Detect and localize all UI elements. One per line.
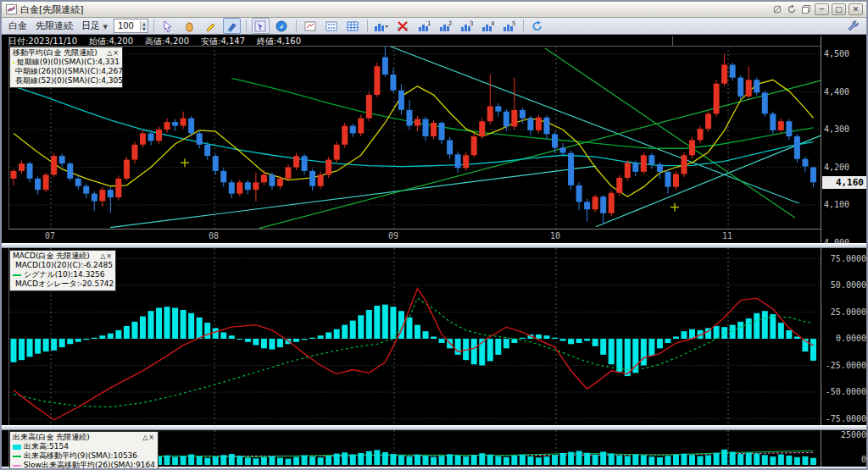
macd-legend-title: MACD(白金 先限連続): [13, 252, 90, 261]
macd-line-label: MACD(10)(20)(C):-6.2485: [15, 261, 113, 270]
ma-legend: 移動平均(白金 先限連続) △× 短期線(9)(0)(SMA)(C):4,331…: [9, 47, 123, 88]
chart-window-button[interactable]: [302, 18, 320, 34]
rotate-icon[interactable]: [786, 4, 798, 15]
axis-tick: 25000: [841, 430, 866, 440]
copy-icon[interactable]: [800, 4, 812, 15]
legend-item: 中期線(26)(0)(SMA)(C):4,267: [13, 67, 120, 76]
volume-swatch: [13, 445, 21, 450]
legend-item: 出来高:5154: [13, 442, 155, 451]
app-window: 白金[先限連続] ─ □ ✕ 白金 先限連続 日足 ▼ 100 ▲▼: [0, 0, 868, 470]
macd-legend: MACD(白金 先限連続) △× MACD(10)(20)(C):-6.2485…: [9, 250, 116, 291]
chart-preset-1-button[interactable]: 1: [415, 18, 433, 34]
window-title: 白金[先限連続]: [20, 3, 84, 16]
cursor-tool-button[interactable]: [159, 18, 177, 34]
axis-tick: 4,400: [824, 87, 849, 97]
month-axis: 0708091011: [8, 229, 821, 244]
macd-signal-swatch: [13, 274, 21, 276]
toolbar-separator: [296, 19, 297, 32]
info-high: 高値:4,200: [145, 36, 189, 46]
grid-button[interactable]: [344, 18, 362, 34]
month-label: 09: [388, 231, 398, 241]
legend-close-icon[interactable]: ×: [148, 434, 155, 441]
price-axis: 4,5004,4004,3004,2004,1004,0004,160: [821, 36, 868, 243]
toolbar-separator: [246, 19, 247, 32]
symbol-label: 白金: [6, 19, 30, 32]
ohlc-info-bar: 日付:2023/11/10始値:4,200高値:4,200安値:4,147終値:…: [8, 36, 821, 47]
svg-text:4: 4: [491, 20, 494, 27]
month-label: 10: [550, 231, 560, 241]
wrench-icon[interactable]: [844, 18, 862, 34]
axis-tick: -25.0000: [826, 361, 866, 370]
ma-long-label: 長期線(52)(0)(SMA)(C):4,305: [15, 76, 123, 86]
toolbar-separator: [523, 19, 524, 32]
minimize-button[interactable]: ─: [815, 3, 829, 15]
macd-chart[interactable]: [8, 248, 821, 425]
volume-ma-label: 出来高移動平均(9)(SMA):10536: [24, 451, 137, 461]
info-open: 始値:4,200: [89, 36, 133, 46]
toolbar: 白金 先限連続 日足 ▼ 100 ▲▼: [2, 18, 866, 35]
volume-legend: 出来高(白金 先限連続) △× 出来高:5154 出来高移動平均(9)(SMA)…: [9, 431, 159, 470]
pencil-tool-button[interactable]: [202, 18, 220, 34]
ma-short-label: 短期線(9)(0)(SMA)(C):4,331: [17, 58, 120, 67]
axis-tick: 75.0000: [831, 254, 866, 263]
chart-preset-3-button[interactable]: 3: [458, 18, 476, 34]
macd-osc-label: MACDオシレータ:-20.5742: [15, 279, 114, 289]
period-select[interactable]: 日足 ▼: [79, 19, 110, 32]
legend-close-icon[interactable]: ×: [113, 49, 120, 57]
info-close: 終値:4,160: [257, 36, 301, 46]
crosshair-tool-button[interactable]: [252, 18, 270, 34]
volume-legend-title: 出来高(白金 先限連続): [13, 433, 90, 442]
close-button[interactable]: ✕: [849, 3, 863, 15]
current-price-tag: 4,160: [822, 176, 866, 189]
month-label: 08: [209, 231, 219, 241]
axis-tick: 4,500: [824, 49, 849, 58]
legend-item: シグナル(10):14.3256: [13, 270, 113, 279]
grid-dots-button[interactable]: [323, 18, 341, 34]
volume-slow-ma-label: Slow出来高移動平均(26)(SMA):9164: [24, 461, 155, 470]
svg-text:3: 3: [470, 20, 473, 27]
brush-tool-button[interactable]: [223, 18, 241, 34]
axis-tick: 4,200: [824, 163, 849, 172]
pin-icon[interactable]: [771, 4, 783, 15]
info-low: 安値:4,147: [201, 36, 245, 46]
legend-item: MACDオシレータ:-20.5742: [13, 279, 113, 289]
legend-item: Slow出来高移動平均(26)(SMA):9164: [13, 461, 155, 470]
refresh-icon[interactable]: [529, 18, 547, 34]
volume-slow-ma-swatch: [13, 465, 21, 467]
legend-item: 短期線(9)(0)(SMA)(C):4,331: [13, 58, 120, 67]
chevron-down-icon: ▼: [103, 24, 108, 30]
axis-tick: 0: [861, 455, 866, 464]
ma-legend-title: 移動平均(白金 先限連続): [13, 48, 97, 58]
chart-preset-2-button[interactable]: 2: [437, 18, 454, 34]
axis-tick: -50.0000: [826, 387, 866, 396]
hand-tool-button[interactable]: [181, 18, 198, 34]
main-candlestick-chart[interactable]: [8, 36, 821, 229]
chart-preset-5-button[interactable]: 5: [500, 18, 518, 34]
chart-preset-4-button[interactable]: 4: [479, 18, 497, 34]
ma-short-swatch: [13, 62, 14, 64]
legend-close-icon[interactable]: ×: [106, 252, 113, 260]
bar-count-stepper[interactable]: 100 ▲▼: [114, 19, 148, 33]
volume-axis: 250000: [821, 430, 868, 467]
spin-down-icon[interactable]: ▼: [141, 26, 147, 31]
svg-text:5: 5: [512, 20, 515, 27]
titlebar[interactable]: 白金[先限連続] ─ □ ✕: [2, 2, 866, 18]
legend-item: MACD(10)(20)(C):-6.2485: [13, 261, 113, 270]
toolbar-separator: [153, 19, 154, 32]
svg-text:1: 1: [427, 20, 431, 27]
axis-tick: 50.0000: [831, 280, 866, 290]
bar-count-value: 100: [114, 21, 140, 30]
month-label: 07: [45, 231, 55, 241]
volume-ma-swatch: [13, 456, 21, 457]
macd-signal-label: シグナル(10):14.3256: [24, 270, 105, 279]
maximize-button[interactable]: □: [832, 3, 846, 15]
chart-type-dropdown-button[interactable]: [373, 18, 391, 34]
legend-item: 長期線(52)(0)(SMA)(C):4,305: [13, 76, 120, 86]
month-label: 11: [722, 231, 732, 241]
compass-tool-button[interactable]: [273, 18, 291, 34]
info-divider: [672, 36, 673, 46]
remove-indicator-button[interactable]: [394, 18, 412, 34]
svg-text:2: 2: [448, 20, 452, 27]
volume-label: 出来高:5154: [24, 442, 69, 451]
toolbar-separator: [367, 19, 368, 32]
